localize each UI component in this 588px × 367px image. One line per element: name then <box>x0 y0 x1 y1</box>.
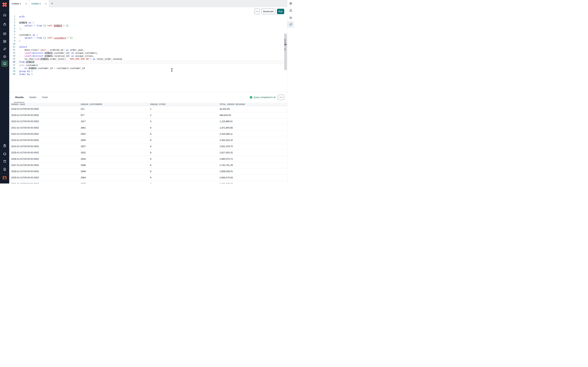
table-cell: 2932 <box>79 150 148 156</box>
table-cell: 2024-01-01T00:00:00.000Z <box>9 143 79 150</box>
code-line-3[interactable]: 3orders as ( <box>9 21 287 24</box>
tab-details[interactable]: Details <box>28 96 38 99</box>
sidebar-item-history[interactable] <box>287 14 294 21</box>
bookmark-button[interactable]: Bookmark <box>261 9 275 14</box>
table-cell: 1,871,800.85 <box>218 125 287 131</box>
sidebar-item-bookmarks[interactable] <box>287 7 294 14</box>
sidebar-item-discover[interactable] <box>287 0 294 7</box>
editor-tab-1[interactable]: Untitled 1 × <box>9 0 29 7</box>
sidebar-item-dashboards[interactable] <box>0 31 9 37</box>
table-cell: 2027-01-01T00:00:00.000Z <box>9 162 79 168</box>
code-line-19[interactable]: 19group by 1 <box>9 70 287 73</box>
table-row: 2023-01-01T00:00:00.000Z293062,453,253.3… <box>9 137 287 143</box>
code-line-14[interactable]: 14 count(distinct orders.location_id) as… <box>9 54 287 58</box>
code-line-17[interactable]: 17join customers <box>9 64 287 67</box>
code-line-4[interactable]: 4 select * from {{ ref('orders') }} <box>9 24 287 27</box>
sidebar-divider <box>0 10 9 10</box>
code-line-18[interactable]: 18 on orders.customer_id = customers.cus… <box>9 67 287 70</box>
compass-icon <box>3 55 7 58</box>
run-button[interactable]: Run <box>277 9 284 14</box>
window-tab-bar: Untitled 1 × Untitled 1 × + <box>9 0 287 7</box>
code-line-20[interactable]: 20order by 1 <box>9 73 287 76</box>
table-header-row: ORDER_YEAR UNIQUE_CUSTOMERS UNIQUE_CITIE… <box>9 103 287 106</box>
tab-chart[interactable]: Chart <box>41 96 49 99</box>
table-cell: 2 <box>148 112 218 118</box>
table-cell: 2029-01-01T00:00:00.000Z <box>9 175 79 181</box>
code-line-2[interactable]: 2 <box>9 18 287 21</box>
tab-results[interactable]: Results <box>14 96 25 99</box>
code-line-16[interactable]: 16from orders <box>9 60 287 63</box>
sidebar-item-studio-active[interactable] <box>1 60 8 67</box>
editor-scrollbar[interactable] <box>284 34 287 70</box>
table-row: 2019-01-01T00:00:00.000Z9772494,818.00 <box>9 112 287 118</box>
code-line-6[interactable]: 6 <box>9 30 287 33</box>
table-cell: 6 <box>148 168 218 175</box>
line-content: count(distinct orders.customer_id) as un… <box>19 51 287 54</box>
code-line-1[interactable]: 1with <box>9 15 287 18</box>
code-line-5[interactable]: 5), <box>9 27 287 30</box>
table-cell: 6 <box>148 125 218 131</box>
table-cell: 2,690,570.72 <box>218 156 287 162</box>
ellipsis-icon <box>280 97 283 98</box>
sidebar-item-home[interactable] <box>0 12 9 18</box>
code-line-11[interactable]: 11select <box>9 45 287 48</box>
sql-editor[interactable]: 1with23orders as (4 select * from {{ ref… <box>9 15 287 92</box>
code-line-10[interactable]: 10 <box>9 42 287 45</box>
table-cell: 2030-01-01T00:00:00.000Z <box>9 181 79 184</box>
scrollbar-cursor-line-mark <box>284 44 287 45</box>
code-line-13[interactable]: 13 count(distinct orders.customer_id) as… <box>9 51 287 54</box>
table-cell: 2879 <box>79 181 148 184</box>
sidebar-item-support[interactable] <box>0 150 9 157</box>
dbt-logo[interactable] <box>2 2 7 7</box>
code-line-15[interactable]: 15 to_char(sum(orders.order_total), '999… <box>9 58 287 60</box>
scrollbar-mark <box>285 48 286 50</box>
sidebar-item-explore[interactable] <box>0 53 9 60</box>
table-cell: 2,325,556.11 <box>218 131 287 137</box>
line-content: group by 1 <box>19 70 287 73</box>
right-sidebar <box>287 0 294 184</box>
sidebar-item-code-editor[interactable] <box>0 38 9 44</box>
table-cell: 6 <box>148 175 218 181</box>
user-avatar[interactable] <box>3 176 7 180</box>
close-icon[interactable]: × <box>25 2 27 5</box>
sidebar-item-windows[interactable] <box>0 46 9 52</box>
table-cell: 6 <box>148 137 218 143</box>
sidebar-item-tray[interactable] <box>0 21 9 27</box>
clipboard-icon <box>3 144 7 148</box>
new-tab-button[interactable]: + <box>50 1 54 6</box>
line-number: 3 <box>9 21 15 24</box>
table-cell: 2902 <box>79 131 148 137</box>
close-icon[interactable]: × <box>45 2 46 5</box>
code-line-12[interactable]: 12 date_trunc('year', ordered_at) as ord… <box>9 48 287 51</box>
code-line-8[interactable]: 8 select * from {{ ref('customers') }} <box>9 36 287 39</box>
line-number: 15 <box>9 58 15 60</box>
column-header-unique-cities: UNIQUE_CITIES <box>148 103 218 106</box>
line-content: order by 1 <box>19 73 287 76</box>
line-number: 8 <box>9 36 15 39</box>
sidebar-item-organization[interactable] <box>0 166 9 172</box>
table-cell: 44,442.65 <box>218 106 287 112</box>
grid-icon <box>3 32 7 36</box>
table-cell: 2,742,751.39 <box>218 162 287 168</box>
line-content: ), <box>19 27 287 30</box>
table-cell: 2026-01-01T00:00:00.000Z <box>9 156 79 162</box>
sidebar-item-docs[interactable] <box>0 158 9 165</box>
results-more-button[interactable] <box>278 95 284 100</box>
table-cell: 2021-01-01T00:00:00.000Z <box>9 125 79 131</box>
line-content: select * from {{ ref('orders') }} <box>19 24 287 27</box>
sidebar-item-clipboard[interactable] <box>0 142 9 149</box>
table-row: 2030-01-01T00:00:00.000Z287961,841,049.3… <box>9 181 287 184</box>
sidebar-item-ai-assistant[interactable] <box>287 21 294 28</box>
table-cell: 6 <box>148 162 218 168</box>
check-circle-icon <box>250 96 252 99</box>
table-cell: 2927 <box>79 143 148 150</box>
editor-tab-2-active[interactable]: Untitled 1 × <box>29 0 49 7</box>
code-line-9[interactable]: 9) <box>9 39 287 42</box>
more-options-button[interactable] <box>254 9 260 14</box>
line-number: 12 <box>9 48 15 51</box>
code-line-7[interactable]: 7customers as ( <box>9 33 287 36</box>
line-content: orders as ( <box>19 21 287 24</box>
line-number: 16 <box>9 60 15 63</box>
editor-toolbar: Bookmark Run <box>9 7 287 15</box>
line-content: to_char(sum(orders.order_total), '999,99… <box>19 58 287 60</box>
